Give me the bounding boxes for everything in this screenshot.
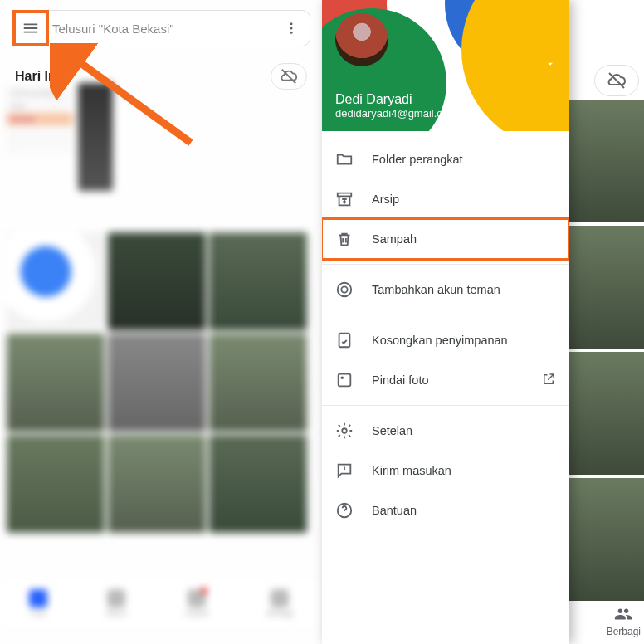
account-email: dedidaryadi4@gmail.com [335,107,457,120]
more-vert-icon [284,21,299,36]
help-icon [335,501,354,520]
svg-point-8 [342,428,347,433]
people-icon [614,605,632,623]
right-background-strip: Berbagi [569,0,644,644]
menu-icon [22,19,40,37]
menu-label: Sampah [372,232,417,246]
trash-icon [335,230,354,248]
menu-label: Kosongkan penyimpanan [372,334,508,347]
gear-icon [335,422,354,440]
menu-label: Arsip [372,193,399,206]
svg-rect-6 [339,374,351,387]
external-link-icon [541,372,556,389]
section-title-today: Hari Ini [15,69,60,84]
svg-point-4 [338,283,352,297]
menu-archive[interactable]: Arsip [322,179,569,219]
cloud-off-icon [607,71,627,90]
scan-icon [335,371,354,389]
drawer-header[interactable]: Dedi Daryadi dedidaryadi4@gmail.com [322,0,569,131]
backup-off-button-right[interactable] [594,65,639,96]
menu-trash[interactable]: Sampah [322,219,569,259]
svg-point-1 [290,27,293,30]
bottom-nav: Foto Album Asisten Berbagi [0,579,322,627]
menu-add-partner[interactable]: Tambahkan akun teman [322,270,569,310]
feedback-icon [335,461,354,480]
svg-point-0 [290,22,293,25]
drawer-menu: Folder perangkat Arsip Sampah Tambahkan … [322,131,569,644]
search-placeholder: Telusuri "Kota Bekasi" [52,22,281,36]
menu-label: Setelan [372,424,412,437]
avatar[interactable] [335,13,388,66]
storage-icon [335,331,354,349]
menu-feedback[interactable]: Kirim masukan [322,451,569,490]
partner-icon [335,281,354,299]
menu-label: Kirim masukan [372,464,451,477]
archive-icon [335,190,354,208]
right-screenshot: Berbagi Dedi Daryadi dedidaryadi4@gmail.… [322,0,644,644]
menu-device-folders[interactable]: Folder perangkat [322,139,569,179]
menu-label: Tambahkan akun teman [372,283,500,296]
folder-icon [335,150,354,168]
svg-point-2 [290,32,293,34]
bottom-nav-share-right[interactable]: Berbagi [607,605,641,637]
menu-help[interactable]: Bantuan [322,490,569,530]
nav-assistant[interactable]: Asisten [184,589,209,617]
navigation-drawer: Dedi Daryadi dedidaryadi4@gmail.com Fold… [322,0,569,644]
menu-photoscan[interactable]: Pindai foto [322,360,569,400]
more-options-button[interactable] [281,18,301,38]
menu-label: Bantuan [372,504,417,517]
menu-free-up-space[interactable]: Kosongkan penyimpanan [322,320,569,360]
nav-album[interactable]: Album [105,589,127,617]
menu-settings[interactable]: Setelan [322,411,569,451]
account-switcher[interactable] [544,58,556,73]
svg-rect-5 [339,334,350,348]
svg-point-7 [340,376,344,379]
left-screenshot: Telusuri "Kota Bekasi" Hari Ini Folder p… [0,0,322,644]
blurred-grid: Folder perangkat Arsip Sampah ... ... [0,83,322,578]
account-name: Dedi Daryadi [335,92,457,107]
menu-label: Pindai foto [372,373,429,387]
search-bar[interactable]: Telusuri "Kota Bekasi" [12,10,310,46]
nav-share[interactable]: Berbagi [267,589,293,617]
menu-label: Folder perangkat [372,153,463,166]
nav-photos[interactable]: Foto [29,589,47,617]
hamburger-highlight[interactable] [12,10,49,46]
caret-down-icon [544,58,556,70]
